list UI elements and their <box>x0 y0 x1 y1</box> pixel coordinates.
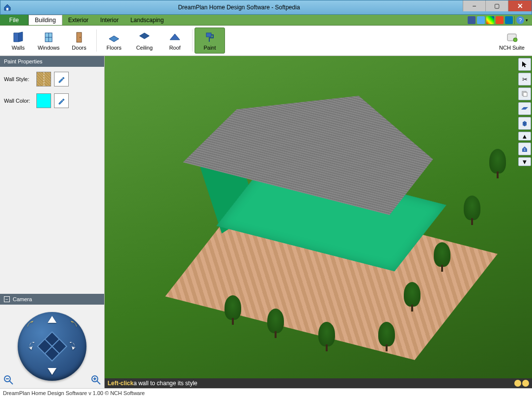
tab-interior[interactable]: Interior <box>94 15 124 25</box>
floor-icon <box>108 31 120 44</box>
ceiling-icon <box>138 31 151 44</box>
wall-style-swatch[interactable] <box>36 72 51 86</box>
wall-icon <box>12 31 25 44</box>
zoom-out-button[interactable] <box>3 374 14 385</box>
surface-tool[interactable] <box>518 102 531 115</box>
stumble-icon[interactable] <box>496 16 504 24</box>
floor-down-button[interactable]: ▼ <box>518 157 531 166</box>
camera-controls <box>0 305 104 388</box>
wall-style-eyedropper[interactable] <box>54 72 69 86</box>
svg-point-4 <box>80 37 81 38</box>
nch-suite-button[interactable]: NCH Suite <box>495 28 529 54</box>
eyedropper-icon <box>57 75 65 83</box>
svg-rect-16 <box>523 92 527 96</box>
properties-title: Paint Properties <box>4 58 42 64</box>
window-title: DreamPlan Home Design Software - Softped… <box>15 4 463 11</box>
roof-icon <box>168 31 181 44</box>
wall-style-label: Wall Style: <box>4 76 33 82</box>
cube-tool[interactable] <box>518 117 531 130</box>
twitter-icon[interactable] <box>477 16 485 24</box>
view-toolbar: ✂ ▲ 1 ▼ <box>517 56 532 168</box>
close-button[interactable]: ✕ <box>508 0 532 11</box>
wall-color-eyedropper[interactable] <box>54 93 69 108</box>
window-icon <box>42 31 55 44</box>
status-text: DreamPlan Home Design Software v 1.00 © … <box>3 390 145 396</box>
separator <box>514 16 515 24</box>
camera-up-button[interactable] <box>48 316 56 325</box>
eyedropper-icon <box>57 97 65 105</box>
hint-remove-button[interactable] <box>522 380 529 387</box>
roof-button[interactable]: Roof <box>160 28 190 54</box>
floor-up-button[interactable]: ▲ <box>518 132 531 141</box>
camera-tilt-up-right-button[interactable] <box>71 321 78 330</box>
zoom-in-button[interactable] <box>90 374 101 385</box>
door-icon <box>73 31 85 44</box>
camera-title: Camera <box>13 296 32 302</box>
paint-icon <box>203 31 216 44</box>
camera-down-button[interactable] <box>48 368 56 377</box>
viewport-3d[interactable]: ✂ ▲ 1 ▼ Left-click a wall to change its … <box>105 56 532 388</box>
titlebar: DreamPlan Home Design Software - Softped… <box>0 0 532 15</box>
floor-indicator[interactable]: 1 <box>518 142 531 155</box>
ribbon-tabs: File Building Exterior Interior Landscap… <box>0 15 532 26</box>
maximize-button[interactable]: ▢ <box>485 0 508 11</box>
wall-color-label: Wall Color: <box>4 98 33 104</box>
copy-tool[interactable] <box>518 87 531 100</box>
hint-add-button[interactable] <box>514 380 521 387</box>
floors-button[interactable]: Floors <box>99 28 129 54</box>
walls-button[interactable]: Walls <box>3 28 33 54</box>
svg-text:1: 1 <box>524 148 526 151</box>
scissors-tool[interactable]: ✂ <box>518 73 531 85</box>
camera-rotate-right-button[interactable] <box>68 341 76 352</box>
side-panel: Paint Properties Wall Style: Wall Color:… <box>0 56 105 388</box>
cursor-tool[interactable] <box>518 58 531 71</box>
camera-tilt-up-left-button[interactable] <box>27 321 33 330</box>
windows-button[interactable]: Windows <box>33 28 64 54</box>
wall-color-swatch[interactable] <box>36 93 51 108</box>
status-bar: DreamPlan Home Design Software v 1.00 © … <box>0 388 532 397</box>
help-dropdown-icon[interactable]: ▾ <box>526 18 528 23</box>
camera-rotate-left-button[interactable] <box>28 341 36 352</box>
svg-rect-5 <box>206 33 211 37</box>
home-icon <box>3 3 11 11</box>
paint-button[interactable]: Paint <box>195 28 225 54</box>
help-icon[interactable]: ? <box>516 16 524 24</box>
svg-rect-3 <box>77 32 82 42</box>
file-tab[interactable]: File <box>0 15 28 25</box>
hint-bar: Left-click a wall to change its style <box>105 378 532 388</box>
minimize-button[interactable]: – <box>463 0 485 11</box>
hint-highlight: Left-click <box>108 380 134 387</box>
facebook-icon[interactable] <box>468 16 476 24</box>
doors-button[interactable]: Doors <box>64 28 94 54</box>
svg-point-7 <box>513 38 517 42</box>
tab-building[interactable]: Building <box>28 15 62 25</box>
ribbon: Walls Windows Doors Floors Ceiling Roof … <box>0 26 532 56</box>
social-bar: ? ▾ <box>468 15 532 25</box>
svg-line-10 <box>9 381 13 384</box>
tab-exterior[interactable]: Exterior <box>62 15 94 25</box>
linkedin-icon[interactable] <box>505 16 513 24</box>
ceiling-button[interactable]: Ceiling <box>129 28 160 54</box>
camera-header: − Camera <box>0 294 104 305</box>
google-icon[interactable] <box>486 16 494 24</box>
svg-line-14 <box>97 381 100 384</box>
properties-header: Paint Properties <box>0 56 104 67</box>
tab-landscaping[interactable]: Landscaping <box>124 15 169 25</box>
suite-icon <box>505 31 518 44</box>
hint-text: a wall to change its style <box>134 380 197 387</box>
camera-collapse-button[interactable]: − <box>4 296 10 302</box>
